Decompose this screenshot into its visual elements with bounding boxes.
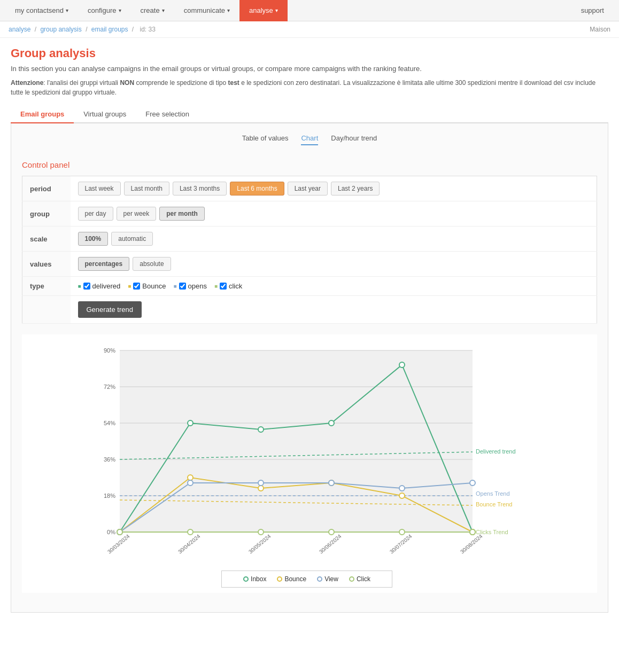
nav-analyse-arrow: ▾ [275,7,278,13]
nav-communicate[interactable]: communicate ▾ [174,0,239,21]
cb-opens-label: opens [188,282,207,290]
warning-text2: comprende le spedizione di tipo [134,79,228,87]
breadcrumb-user: Maison [590,26,610,33]
nav-create[interactable]: create ▾ [131,0,174,21]
nav-support[interactable]: support [571,6,614,14]
btn-percentages[interactable]: percentages [78,257,130,271]
period-btn-group: Last week Last month Last 3 months Last … [78,182,590,196]
trend-label-bounce: Bounce Trend [476,501,513,507]
inbox-dot-3 [329,420,334,426]
values-label: values [22,252,71,277]
btn-last-year[interactable]: Last year [288,182,328,196]
cb-bounce: ■ Bounce [128,282,166,290]
group-label: group [22,201,71,226]
y-label-54: 54% [104,420,115,426]
bounce-dot-4 [399,493,405,498]
btn-per-week[interactable]: per week [117,207,157,221]
btn-per-day[interactable]: per day [78,207,113,221]
scale-buttons: 100% automatic [71,226,597,252]
chart-legend: Inbox Bounce View Click [221,571,392,588]
view-dot-4 [399,486,405,491]
cb-click-input[interactable] [220,283,227,290]
nav-mycontactsend-arrow: ▾ [66,7,68,13]
cb-delivered-label: delivered [92,282,121,290]
page-description: In this section you can analyse campaign… [11,65,608,73]
x-label-4: 30/07/2024 [389,533,413,555]
view-dot-5 [470,480,475,486]
nav-configure[interactable]: configure ▾ [78,0,130,21]
x-label-3: 30/06/2024 [318,533,343,555]
legend-click-label: Click [357,575,370,583]
cb-click-color: ■ [214,283,218,289]
breadcrumb-sep2: / [86,26,89,33]
btn-100pct[interactable]: 100% [78,232,109,246]
nav-mycontactsend[interactable]: my contactsend ▾ [5,0,78,21]
click-dot-1 [188,529,193,535]
cb-opens-input[interactable] [179,283,186,290]
sub-tab-day-hour-trend[interactable]: Day/hour trend [331,132,377,145]
warning-bold1: Attenzione [11,79,43,87]
btn-absolute[interactable]: absolute [133,257,171,271]
cb-delivered-color: ■ [78,283,81,289]
cb-delivered-input[interactable] [83,283,90,290]
breadcrumb: analyse / group analysis / email groups … [0,21,619,38]
legend-bounce: Bounce [277,575,306,583]
cb-bounce-input[interactable] [133,283,140,290]
legend-bounce-label: Bounce [284,575,306,583]
btn-per-month[interactable]: per month [159,207,205,221]
tab-email-groups[interactable]: Email groups [11,106,74,123]
period-row: period Last week Last month Last 3 month… [22,176,597,201]
page-title: Group analysis [11,46,608,60]
type-label: type [22,277,71,296]
warning-bold2: NON [120,79,134,87]
cb-bounce-label: Bounce [142,282,166,290]
type-checkbox-row: ■ delivered ■ Bounce ■ [78,282,590,290]
click-dot-3 [329,529,334,535]
legend-inbox: Inbox [243,575,266,583]
legend-inbox-dot [243,576,249,582]
nav-analyse[interactable]: analyse ▾ [239,0,288,21]
warning-bold3: test [228,79,239,87]
btn-last-2-years[interactable]: Last 2 years [331,182,380,196]
generate-row: Generate trend [22,296,597,324]
x-label-2: 30/05/2024 [247,533,272,555]
view-dot-3 [329,480,334,486]
breadcrumb-links: analyse / group analysis / email groups … [9,26,158,33]
trend-label-opens: Opens Trend [476,490,510,497]
period-buttons: Last week Last month Last 3 months Last … [71,176,597,201]
click-dot-2 [258,529,264,535]
y-label-90: 90% [104,347,115,354]
content-panel: Table of values Chart Day/hour trend Con… [11,123,608,613]
inbox-dot-2 [258,427,264,432]
bounce-dot-2 [258,486,264,491]
nav-communicate-arrow: ▾ [227,7,230,13]
breadcrumb-current: id: 33 [140,26,156,33]
tab-virtual-groups[interactable]: Virtual groups [74,106,136,123]
trend-label-clicks: Clicks Trend [476,529,508,535]
btn-last-month[interactable]: Last month [124,182,169,196]
btn-last-6-months[interactable]: Last 6 months [230,182,284,196]
breadcrumb-group-analysis[interactable]: group analysis [40,26,81,33]
view-dot-2 [258,480,264,486]
scale-row: scale 100% automatic [22,226,597,252]
legend-click: Click [349,575,370,583]
breadcrumb-email-groups[interactable]: email groups [91,26,128,33]
generate-trend-button[interactable]: Generate trend [78,301,142,318]
btn-automatic[interactable]: automatic [111,232,153,246]
y-label-18: 18% [104,493,115,499]
breadcrumb-sep3: / [132,26,136,33]
group-buttons: per day per week per month [71,201,597,226]
breadcrumb-analyse[interactable]: analyse [9,26,30,33]
sub-tab-chart[interactable]: Chart [301,132,318,145]
click-dot-4 [399,529,405,535]
bounce-dot-1 [188,475,193,480]
btn-last-week[interactable]: Last week [78,182,121,196]
sub-tab-table-of-values[interactable]: Table of values [242,132,289,145]
cb-opens: ■ opens [173,282,206,290]
breadcrumb-sep1: / [35,26,38,33]
btn-last-3-months[interactable]: Last 3 months [173,182,227,196]
y-label-72: 72% [104,384,115,390]
type-row: type ■ delivered ■ Bounce [22,277,597,296]
tab-free-selection[interactable]: Free selection [136,106,199,123]
period-label: period [22,176,71,201]
